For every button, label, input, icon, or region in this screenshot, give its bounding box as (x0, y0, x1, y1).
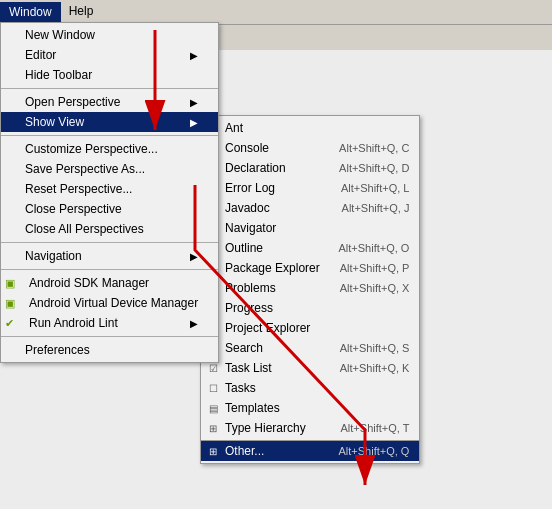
reset-perspective-item[interactable]: Reset Perspective... (1, 179, 218, 199)
type-hierarchy-shortcut: Alt+Shift+Q, T (321, 422, 410, 434)
tasks-view-item[interactable]: ☐ Tasks (201, 378, 419, 398)
templates-view-item[interactable]: ▤ Templates (201, 398, 419, 418)
project-explorer-view-item[interactable]: 📁 Project Explorer (201, 318, 419, 338)
outline-shortcut: Alt+Shift+Q, O (319, 242, 410, 254)
javadoc-view-item[interactable]: @ Javadoc Alt+Shift+Q, J (201, 198, 419, 218)
run-android-lint-arrow: ▶ (190, 318, 198, 329)
android-avd-icon: ▣ (5, 297, 15, 310)
open-perspective-item[interactable]: Open Perspective ▶ (1, 92, 218, 112)
help-menu-item[interactable]: Help (61, 2, 102, 22)
navigation-item[interactable]: Navigation ▶ (1, 246, 218, 266)
preferences-item[interactable]: Preferences (1, 340, 218, 360)
separator-3 (1, 242, 218, 243)
task-list-view-item[interactable]: ☑ Task List Alt+Shift+Q, K (201, 358, 419, 378)
run-android-lint-item[interactable]: ✔ Run Android Lint ▶ (1, 313, 218, 333)
other-shortcut: Alt+Shift+Q, Q (319, 445, 410, 457)
task-list-shortcut: Alt+Shift+Q, K (320, 362, 410, 374)
outline-view-item[interactable]: ☰ Outline Alt+Shift+Q, O (201, 238, 419, 258)
editor-arrow: ▶ (190, 50, 198, 61)
android-sdk-icon: ▣ (5, 277, 15, 290)
tasks-icon: ☐ (205, 380, 221, 396)
javadoc-shortcut: Alt+Shift+Q, J (322, 202, 410, 214)
declaration-view-item[interactable]: ◈ Declaration Alt+Shift+Q, D (201, 158, 419, 178)
separator-5 (1, 336, 218, 337)
other-icon: ⊞ (205, 443, 221, 459)
hide-toolbar-item[interactable]: Hide Toolbar (1, 65, 218, 85)
problems-shortcut: Alt+Shift+Q, X (320, 282, 410, 294)
show-view-item[interactable]: Show View ▶ (1, 112, 218, 132)
close-perspective-item[interactable]: Close Perspective (1, 199, 218, 219)
package-explorer-shortcut: Alt+Shift+Q, P (320, 262, 410, 274)
show-view-submenu: ⚙ Ant ▦ Console Alt+Shift+Q, C ◈ Declara… (200, 115, 420, 464)
console-shortcut: Alt+Shift+Q, C (319, 142, 409, 154)
android-sdk-item[interactable]: ▣ Android SDK Manager (1, 273, 218, 293)
new-window-item[interactable]: New Window (1, 25, 218, 45)
problems-view-item[interactable]: ⊗ Problems Alt+Shift+Q, X (201, 278, 419, 298)
open-perspective-arrow: ▶ (190, 97, 198, 108)
separator-1 (1, 88, 218, 89)
android-lint-icon: ✔ (5, 317, 14, 330)
search-view-item[interactable]: 🔍 Search Alt+Shift+Q, S (201, 338, 419, 358)
package-explorer-view-item[interactable]: 📦 Package Explorer Alt+Shift+Q, P (201, 258, 419, 278)
progress-view-item[interactable]: ▷ Progress (201, 298, 419, 318)
android-avd-item[interactable]: ▣ Android Virtual Device Manager (1, 293, 218, 313)
show-view-arrow: ▶ (190, 117, 198, 128)
ant-view-item[interactable]: ⚙ Ant (201, 118, 419, 138)
customize-perspective-item[interactable]: Customize Perspective... (1, 139, 218, 159)
error-log-shortcut: Alt+Shift+Q, L (321, 182, 409, 194)
declaration-shortcut: Alt+Shift+Q, D (319, 162, 409, 174)
window-dropdown: New Window Editor ▶ Hide Toolbar Open Pe… (0, 22, 219, 363)
templates-icon: ▤ (205, 400, 221, 416)
close-all-perspectives-item[interactable]: Close All Perspectives (1, 219, 218, 239)
navigator-view-item[interactable]: 🗂 Navigator (201, 218, 419, 238)
separator-4 (1, 269, 218, 270)
console-view-item[interactable]: ▦ Console Alt+Shift+Q, C (201, 138, 419, 158)
type-hierarchy-view-item[interactable]: ⊞ Type Hierarchy Alt+Shift+Q, T (201, 418, 419, 438)
search-shortcut: Alt+Shift+Q, S (320, 342, 410, 354)
window-menu-item[interactable]: Window (0, 2, 61, 22)
error-log-view-item[interactable]: ⚠ Error Log Alt+Shift+Q, L (201, 178, 419, 198)
navigation-arrow: ▶ (190, 251, 198, 262)
other-view-item[interactable]: ⊞ Other... Alt+Shift+Q, Q (201, 440, 419, 461)
save-perspective-item[interactable]: Save Perspective As... (1, 159, 218, 179)
editor-item[interactable]: Editor ▶ (1, 45, 218, 65)
type-hierarchy-icon: ⊞ (205, 420, 221, 436)
separator-2 (1, 135, 218, 136)
